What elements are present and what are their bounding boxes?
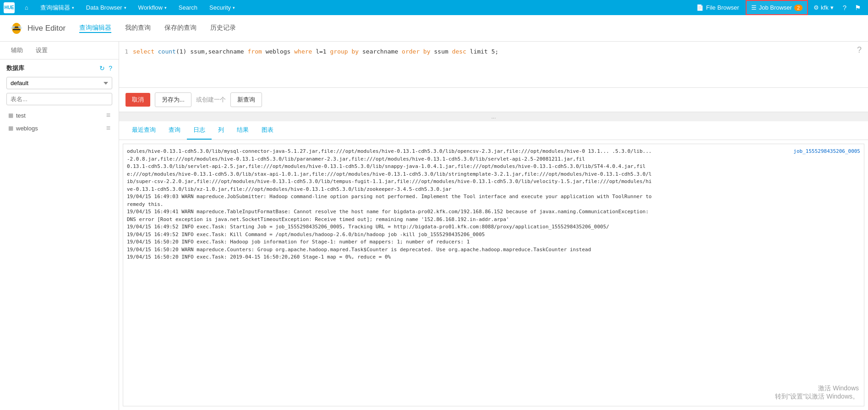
code-groupcol: searchname bbox=[362, 48, 402, 55]
chevron-down-icon: ▾ bbox=[233, 5, 235, 10]
tab-chart[interactable]: 图表 bbox=[255, 121, 280, 140]
tab-query[interactable]: 查询 bbox=[162, 121, 187, 140]
table-menu-icon[interactable]: ≡ bbox=[106, 124, 110, 132]
tab-log[interactable]: 日志 bbox=[187, 121, 212, 140]
resize-divider[interactable]: ... bbox=[119, 112, 868, 121]
log-line: 19/04/15 16:50:20 INFO exec.Task: Hadoop… bbox=[127, 238, 860, 246]
log-area[interactable]: job_1555298435206_0005 odules/hive-0.13.… bbox=[123, 144, 864, 406]
nav-databrowser-label: Data Browser bbox=[86, 4, 122, 11]
editor-logo-text: Hive Editor bbox=[27, 24, 66, 33]
tab-results[interactable]: 结果 bbox=[230, 121, 255, 140]
svg-rect-2 bbox=[13, 29, 20, 30]
bee-icon bbox=[9, 21, 24, 36]
refresh-icon[interactable]: ↻ bbox=[99, 65, 105, 72]
new-query-button[interactable]: 新查询 bbox=[230, 92, 262, 107]
sidebar-db-header: 数据库 ↻ ? bbox=[6, 64, 112, 72]
log-line: remedy this. bbox=[127, 201, 860, 209]
help-button[interactable]: ? bbox=[839, 0, 850, 15]
nav-home[interactable]: ⌂ bbox=[19, 0, 34, 15]
job-link[interactable]: job_1555298435206_0005 bbox=[793, 148, 860, 156]
table-name-weblogs: weblogs bbox=[16, 125, 38, 132]
chevron-down-icon: ▾ bbox=[124, 5, 126, 10]
kw-from: from bbox=[247, 48, 265, 55]
nav-search[interactable]: Search bbox=[173, 0, 203, 15]
table-icon: ▦ bbox=[8, 112, 13, 119]
log-line: 19/04/15 16:49:52 INFO exec.Task: Kill C… bbox=[127, 231, 860, 239]
home-icon: ⌂ bbox=[25, 4, 28, 11]
editor-logo: Hive Editor bbox=[9, 21, 66, 36]
kw-groupby: group by bbox=[330, 48, 362, 55]
line-number-1: 1 bbox=[119, 48, 133, 55]
db-help-icon[interactable]: ? bbox=[109, 65, 112, 72]
table-menu-icon[interactable]: ≡ bbox=[106, 111, 110, 119]
results-section: 最近查询 查询 日志 列 结果 图表 job_155529 bbox=[119, 121, 868, 410]
tab-history[interactable]: 历史记录 bbox=[210, 24, 236, 33]
sidebar-tab-settings[interactable]: 设置 bbox=[29, 42, 54, 59]
nav-security-label: Security bbox=[209, 4, 231, 11]
or-create-label: 或创建一个 bbox=[196, 96, 226, 104]
second-nav: Hive Editor 查询编辑器 我的查询 保存的查询 历史记录 bbox=[0, 15, 868, 42]
sidebar-db-title: 数据库 bbox=[6, 64, 24, 72]
log-line: ib/super-csv-2.2.0.jar,file:///opt/modul… bbox=[127, 178, 860, 186]
table-item[interactable]: ▦ weblogs ≡ bbox=[6, 122, 112, 135]
table-list: ▦ test ≡ ▦ weblogs ≡ bbox=[6, 109, 112, 135]
code-cond: l=1 bbox=[316, 48, 330, 55]
log-line: ve-0.13.1-cdh5.3.0/lib/xz-1.0.jar,file:/… bbox=[127, 186, 860, 194]
log-line: 19/04/15 16:50:20 INFO exec.Task: 2019-0… bbox=[127, 254, 860, 261]
table-name-test: test bbox=[16, 112, 26, 119]
chevron-down-icon: ▾ bbox=[830, 4, 834, 11]
nav-data-browser[interactable]: Data Browser ▾ bbox=[81, 0, 132, 15]
content-area: 1 select count(1) ssum,searchname from w… bbox=[119, 42, 868, 410]
file-browser-label: File Browser bbox=[706, 4, 739, 11]
log-line: 19/04/15 16:49:41 WARN mapreduce.TableIn… bbox=[127, 208, 860, 216]
tab-saved-queries[interactable]: 保存的查询 bbox=[164, 24, 197, 33]
help-icon: ? bbox=[843, 4, 846, 11]
nav-workflow[interactable]: Workflow ▾ bbox=[133, 0, 172, 15]
code-limit: limit 5; bbox=[470, 48, 499, 55]
log-line: 19/04/15 16:50:20 WARN mapreduce.Counter… bbox=[127, 246, 860, 254]
tab-my-queries[interactable]: 我的查询 bbox=[125, 24, 151, 33]
tab-recent-queries[interactable]: 最近查询 bbox=[126, 121, 162, 140]
nav-search-label: Search bbox=[179, 4, 197, 11]
file-icon: 📄 bbox=[696, 4, 704, 11]
table-search-input[interactable] bbox=[6, 93, 112, 105]
log-line: 19/04/15 16:49:52 INFO exec.Task: Starti… bbox=[127, 223, 860, 231]
log-line: DNS error [Root exception is java.net.So… bbox=[127, 216, 860, 224]
nav-workflow-label: Workflow bbox=[138, 4, 163, 11]
editor-help-icon[interactable]: ? bbox=[857, 45, 862, 55]
cancel-button[interactable]: 取消 bbox=[126, 93, 150, 107]
tab-columns[interactable]: 列 bbox=[212, 121, 230, 140]
code-content-1[interactable]: select count(1) ssum,searchname from web… bbox=[133, 48, 868, 55]
nav-security[interactable]: Security ▾ bbox=[204, 0, 240, 15]
nav-query-label: 查询编辑器 bbox=[40, 4, 70, 12]
save-as-button[interactable]: 另存为... bbox=[155, 92, 191, 107]
top-nav: HUE ⌂ 查询编辑器 ▾ Data Browser ▾ Workflow ▾ … bbox=[0, 0, 868, 15]
log-line: -2.0.8.jar,file:///opt/modules/hive-0.13… bbox=[127, 156, 860, 163]
hue-logo-icon: HUE bbox=[4, 2, 15, 13]
job-browser-button[interactable]: ☰ Job Browser 2 bbox=[746, 0, 808, 15]
chevron-down-icon: ▾ bbox=[164, 5, 167, 10]
gear-icon: ⚙ bbox=[813, 4, 819, 11]
editor-wrapper: 1 select count(1) ssum,searchname from w… bbox=[119, 42, 868, 87]
code-ordercol: ssum bbox=[434, 48, 452, 55]
log-line: e:///opt/modules/hive-0.13.1-cdh5.3.0/li… bbox=[127, 171, 860, 178]
table-item[interactable]: ▦ test ≡ bbox=[6, 109, 112, 122]
sidebar: 辅助 设置 数据库 ↻ ? default ▦ bbox=[0, 42, 119, 410]
log-line: odules/hive-0.13.1-cdh5.3.0/lib/mysql-co… bbox=[127, 148, 860, 156]
job-icon: ☰ bbox=[751, 4, 757, 11]
db-select[interactable]: default bbox=[6, 77, 112, 89]
log-line: 19/04/15 16:49:03 WARN mapreduce.JobSubm… bbox=[127, 193, 860, 201]
flag-button[interactable]: ⚑ bbox=[851, 0, 864, 15]
editor-toolbar: 取消 另存为... 或创建一个 新查询 bbox=[119, 87, 868, 112]
kw-desc: desc bbox=[452, 48, 470, 55]
user-label: kfk bbox=[821, 4, 829, 11]
job-browser-label: Job Browser bbox=[759, 4, 792, 11]
sidebar-tabs: 辅助 设置 bbox=[0, 42, 119, 59]
sidebar-tab-assist[interactable]: 辅助 bbox=[5, 42, 29, 59]
user-menu-button[interactable]: ⚙ kfk ▾ bbox=[809, 0, 838, 15]
log-line: 0.13.1-cdh5.3.0/lib/servlet-api-2.5.jar,… bbox=[127, 163, 860, 171]
logo[interactable]: HUE bbox=[4, 2, 15, 13]
tab-query-editor[interactable]: 查询编辑器 bbox=[79, 24, 111, 33]
nav-query-editor[interactable]: 查询编辑器 ▾ bbox=[35, 0, 80, 15]
file-browser-button[interactable]: 📄 File Browser bbox=[691, 0, 744, 15]
